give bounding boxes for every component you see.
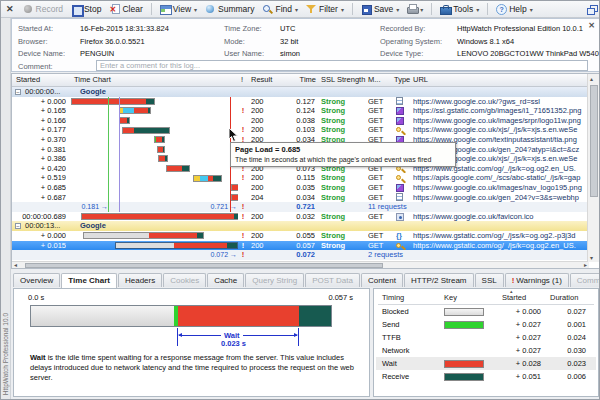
tab-http-2-stream[interactable]: HTTP/2 Stream <box>404 273 474 287</box>
column-header-method[interactable]: M... <box>368 75 381 84</box>
toolbar-print-button[interactable]: ▾ <box>404 3 426 15</box>
request-time-chart <box>70 231 238 241</box>
tab-overview[interactable]: Overview <box>13 273 60 287</box>
toolbar-summary-button[interactable]: Summary <box>202 3 257 15</box>
request-time: 0.103 <box>270 125 315 135</box>
horizontal-scroll-thumb[interactable] <box>25 263 383 269</box>
request-row[interactable]: 00:00:00.689!2000.032StrongGEThttps://ww… <box>12 212 589 222</box>
timing-name: TTFB <box>382 331 401 344</box>
time-chart-bar <box>231 194 238 201</box>
wait-start-line <box>177 328 178 346</box>
request-type <box>396 183 410 193</box>
bar-segment-wait <box>72 99 146 104</box>
column-header-url[interactable]: URL <box>413 75 428 84</box>
request-row[interactable]: + 0.165!2000.124StrongGEThttps://ssl.gst… <box>12 106 589 116</box>
request-row[interactable]: + 0.6872040.034StrongGEThttps://www.goog… <box>12 193 589 203</box>
request-row[interactable]: + 0.000!2000.055StrongGET{}https://www.g… <box>12 231 589 241</box>
bar-segment-ssl <box>200 176 208 181</box>
tab-content[interactable]: Content <box>361 273 403 287</box>
summary-request-count: 2 requests <box>368 250 414 260</box>
request-url: https://www.google.co.uk/images/nav_logo… <box>413 183 589 193</box>
wait-description-lead: Wait <box>30 353 46 362</box>
column-header-result[interactable]: Result <box>251 75 272 84</box>
bar-segment-wait <box>232 195 238 200</box>
toolbar-clear-button[interactable]: Clear <box>106 3 145 15</box>
request-started: + 0.000 <box>12 97 66 107</box>
tab-warnings-1-[interactable]: !Warnings (1) <box>505 273 569 287</box>
request-time: 0.127 <box>270 97 315 107</box>
tab-time-chart[interactable]: Time Chart <box>61 273 117 288</box>
toolbar-close-icon[interactable]: ✕ <box>5 4 18 14</box>
tab-ssl[interactable]: SSL <box>475 273 504 287</box>
horizontal-scrollbar[interactable]: ◂ ▸ <box>12 261 589 269</box>
request-row[interactable]: + 0.519!2000.115StrongGEThttps://apis.go… <box>12 173 589 183</box>
wait-annotation-value: 0.023 s <box>221 339 246 348</box>
bar-segment-ssl <box>123 108 134 113</box>
page-group-row[interactable]: −00:00:00...Google <box>12 87 589 97</box>
request-row[interactable]: + 0.177!2000.103StrongGEThttps://www.goo… <box>12 125 589 135</box>
toolbar-view-button[interactable]: View▾ <box>157 3 200 15</box>
collapse-icon[interactable]: − <box>15 89 21 95</box>
timing-duration: 0.001 <box>531 318 586 331</box>
collapse-icon[interactable]: − <box>15 223 21 229</box>
toolbar-find-label: Find <box>275 4 292 14</box>
chevron-down-icon: ▾ <box>194 6 197 13</box>
request-row[interactable]: + 0.0002000.127StrongGEThttps://www.goog… <box>12 97 589 107</box>
column-header-type[interactable]: Type <box>394 75 410 84</box>
bar-segment-wait <box>123 128 134 133</box>
toolbar-find-button[interactable]: Find▾ <box>259 3 301 15</box>
request-ssl-strength: Strong <box>321 125 366 135</box>
toolbar-tools-button[interactable]: Tools▾ <box>437 3 482 15</box>
column-header-chart[interactable]: Time Chart <box>74 75 111 84</box>
group-started: 00:00:13... <box>25 221 60 231</box>
tab-cache[interactable]: Cache <box>207 273 244 287</box>
toolbar-save-button[interactable]: Save▾ <box>358 3 402 15</box>
scroll-down-icon[interactable]: ▾ <box>590 254 593 261</box>
request-row[interactable]: + 0.1662000.038StrongGEThttps://www.goog… <box>12 116 589 126</box>
content-type-image-icon <box>396 184 404 192</box>
bar-segment-wait <box>167 166 182 171</box>
page-summary-row[interactable]: 0.181 →0.721 →!0.72111 requests <box>12 202 589 212</box>
column-header-time[interactable]: Time <box>276 75 316 84</box>
comment-input[interactable] <box>96 60 588 71</box>
summary-markers: 0.181 →0.721 → <box>70 202 238 212</box>
request-ssl-strength: Strong <box>321 231 366 241</box>
started-col-header[interactable]: Started <box>502 293 526 302</box>
vertical-scrollbar[interactable]: ▴ ▾ <box>587 74 599 262</box>
page-group-row[interactable]: −00:00:13...Google <box>12 221 589 231</box>
scroll-up-icon[interactable]: ▴ <box>590 75 593 82</box>
content-type-braces-icon: {} <box>396 232 404 240</box>
request-started: 00:00:00.689 <box>12 212 66 222</box>
tab-headers[interactable]: Headers <box>118 273 162 287</box>
summary-icon <box>205 4 215 14</box>
tools-icon <box>440 4 450 14</box>
help-icon <box>496 4 506 14</box>
bar-segment-receive <box>148 108 150 113</box>
time-chart-bar <box>83 232 204 239</box>
timing-key-swatch <box>444 321 484 329</box>
tab-query-string: Query String <box>245 273 304 287</box>
window-restore-icon[interactable] <box>587 4 597 14</box>
time-chart-bar <box>122 127 170 134</box>
column-header-started[interactable]: Started <box>16 75 40 84</box>
column-header-ssl[interactable]: SSL Strength <box>321 75 365 84</box>
info-close-icon[interactable]: ✕ <box>588 21 595 30</box>
request-row[interactable]: + 0.6852000.035StrongGEThttps://www.goog… <box>12 183 589 193</box>
timing-name: Wait <box>382 357 397 370</box>
page-summary-row[interactable]: 0.072 →!0.0722 requests <box>12 250 589 260</box>
vertical-scroll-thumb[interactable] <box>590 85 598 197</box>
column-header-warn[interactable]: ! <box>241 75 243 84</box>
request-type <box>396 116 410 126</box>
find-icon <box>262 4 272 14</box>
time-marker: 0.072 → <box>211 250 237 260</box>
request-row[interactable]: + 0.015!2000.057StrongGEThttps://www.gst… <box>12 241 589 251</box>
device-name-value: PENGUIN <box>80 49 114 58</box>
group-page-title: Google <box>80 221 106 231</box>
request-type <box>396 193 410 203</box>
toolbar-filter-button[interactable]: Filter▾ <box>303 3 347 15</box>
toolbar-help-button[interactable]: Help▾ <box>493 3 536 15</box>
toolbar-stop-button[interactable]: Stop <box>68 3 105 15</box>
scroll-left-icon[interactable]: ◂ <box>14 262 17 269</box>
warning-icon: ! <box>238 202 248 212</box>
scroll-right-icon[interactable]: ▸ <box>584 262 587 269</box>
